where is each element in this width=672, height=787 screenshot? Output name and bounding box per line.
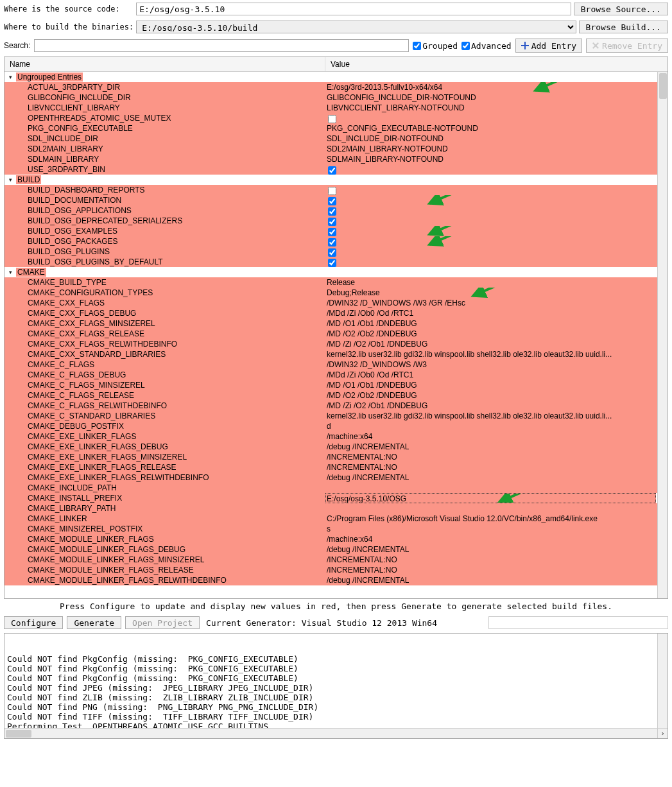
- entry-value[interactable]: [325, 195, 657, 205]
- entry-row[interactable]: CMAKE_MINSIZEREL_POSTFIXs: [4, 524, 657, 534]
- entry-row[interactable]: BUILD_DASHBOARD_REPORTS: [4, 185, 657, 195]
- entry-row[interactable]: CMAKE_C_FLAGS_MINSIZEREL/MD /O1 /Ob1 /DN…: [4, 380, 657, 390]
- entry-value[interactable]: /MDd /Zi /Ob0 /Od /RTC1: [325, 370, 657, 380]
- entry-row[interactable]: LIBVNCCLIENT_LIBRARYLIBVNCCLIENT_LIBRARY…: [4, 103, 657, 113]
- entry-row[interactable]: CMAKE_EXE_LINKER_FLAGS/machine:x64: [4, 431, 657, 442]
- log-vertical-scrollbar[interactable]: [657, 634, 668, 728]
- browse-source-button[interactable]: Browse Source...: [574, 3, 668, 15]
- advanced-checkbox[interactable]: [461, 42, 470, 50]
- entry-row[interactable]: CMAKE_MODULE_LINKER_FLAGS_RELWITHDEBINFO…: [4, 575, 657, 585]
- output-log[interactable]: Could NOT find PkgConfig (missing: PKG_C…: [4, 633, 668, 739]
- entry-value[interactable]: E:/osg/3rd-2013.5-fullv10-x64/x64: [325, 82, 657, 92]
- hscroll-right-arrow[interactable]: ›: [657, 728, 668, 738]
- source-path-input[interactable]: [136, 3, 571, 15]
- grid-vertical-scrollbar[interactable]: [657, 72, 668, 598]
- entry-row[interactable]: CMAKE_LIBRARY_PATH: [4, 503, 657, 514]
- entry-row[interactable]: CMAKE_CONFIGURATION_TYPESDebug;Release: [4, 288, 657, 298]
- entry-row[interactable]: CMAKE_MODULE_LINKER_FLAGS_MINSIZEREL/INC…: [4, 555, 657, 565]
- entry-value[interactable]: d: [325, 421, 657, 431]
- entry-row[interactable]: CMAKE_C_FLAGS/DWIN32 /D_WINDOWS /W3: [4, 359, 657, 370]
- entry-value[interactable]: [325, 113, 657, 123]
- entry-value[interactable]: /INCREMENTAL:NO: [325, 565, 657, 575]
- entry-value[interactable]: /MD /O2 /Ob2 /DNDEBUG: [325, 329, 657, 339]
- group-row[interactable]: ▾BUILD: [4, 175, 657, 185]
- entry-row[interactable]: CMAKE_CXX_FLAGS/DWIN32 /D_WINDOWS /W3 /G…: [4, 298, 657, 308]
- group-row[interactable]: ▾CMAKE: [4, 267, 657, 277]
- entry-value[interactable]: GLIBCONFIG_INCLUDE_DIR-NOTFOUND: [325, 92, 657, 103]
- entry-value[interactable]: [325, 503, 657, 514]
- grouped-checkbox[interactable]: [413, 42, 421, 50]
- entry-row[interactable]: USE_3RDPARTY_BIN: [4, 164, 657, 175]
- entry-row[interactable]: CMAKE_DEBUG_POSTFIXd: [4, 421, 657, 431]
- entry-row[interactable]: CMAKE_CXX_STANDARD_LIBRARIESkernel32.lib…: [4, 349, 657, 359]
- entry-value[interactable]: [325, 246, 657, 257]
- value-checkbox[interactable]: [328, 228, 336, 236]
- entry-row[interactable]: CMAKE_CXX_FLAGS_MINSIZEREL/MD /O1 /Ob1 /…: [4, 318, 657, 329]
- entry-value[interactable]: [325, 257, 657, 267]
- entry-value[interactable]: /machine:x64: [325, 534, 657, 544]
- entry-row[interactable]: BUILD_DOCUMENTATION: [4, 195, 657, 205]
- entry-row[interactable]: BUILD_OSG_EXAMPLES: [4, 226, 657, 236]
- entry-row[interactable]: CMAKE_BUILD_TYPERelease: [4, 277, 657, 288]
- value-checkbox[interactable]: [328, 197, 336, 205]
- hscrollbar-thumb[interactable]: [6, 730, 31, 738]
- search-input[interactable]: [34, 39, 409, 52]
- entry-value[interactable]: [325, 185, 657, 195]
- column-value[interactable]: Value: [325, 57, 668, 71]
- entry-value[interactable]: [325, 164, 657, 175]
- collapse-toggle-icon[interactable]: ▾: [4, 269, 16, 275]
- entry-row[interactable]: CMAKE_INSTALL_PREFIXE:/osg/osg-3.5.10/OS…: [4, 493, 657, 503]
- entry-value[interactable]: /MD /O1 /Ob1 /DNDEBUG: [325, 380, 657, 390]
- entry-value[interactable]: [325, 236, 657, 246]
- generate-button[interactable]: Generate: [67, 616, 121, 629]
- entry-value[interactable]: /MD /O1 /Ob1 /DNDEBUG: [325, 318, 657, 329]
- entry-row[interactable]: SDLMAIN_LIBRARYSDLMAIN_LIBRARY-NOTFOUND: [4, 154, 657, 164]
- entry-row[interactable]: OPENTHREADS_ATOMIC_USE_MUTEX: [4, 113, 657, 123]
- build-path-combo[interactable]: E:/osg/osg-3.5.10/build: [136, 21, 576, 33]
- entry-value[interactable]: Debug;Release: [325, 288, 657, 298]
- entry-row[interactable]: GLIBCONFIG_INCLUDE_DIRGLIBCONFIG_INCLUDE…: [4, 92, 657, 103]
- entry-value[interactable]: /MD /Zi /O2 /Ob1 /DNDEBUG: [325, 401, 657, 411]
- cache-grid[interactable]: Name Value ▾Ungrouped EntriesACTUAL_3RDP…: [4, 56, 668, 599]
- entry-value[interactable]: [325, 216, 657, 226]
- configure-button[interactable]: Configure: [4, 616, 63, 629]
- entry-row[interactable]: CMAKE_MODULE_LINKER_FLAGS/machine:x64: [4, 534, 657, 544]
- value-checkbox[interactable]: [328, 166, 336, 175]
- entry-row[interactable]: ACTUAL_3RDPARTY_DIRE:/osg/3rd-2013.5-ful…: [4, 82, 657, 92]
- entry-row[interactable]: BUILD_OSG_APPLICATIONS: [4, 205, 657, 216]
- entry-row[interactable]: CMAKE_MODULE_LINKER_FLAGS_RELEASE/INCREM…: [4, 565, 657, 575]
- value-checkbox[interactable]: [328, 115, 336, 123]
- entry-value[interactable]: SDL_INCLUDE_DIR-NOTFOUND: [325, 134, 657, 144]
- entry-value[interactable]: /MD /Zi /O2 /Ob1 /DNDEBUG: [325, 339, 657, 349]
- entry-row[interactable]: CMAKE_LINKERC:/Program Files (x86)/Micro…: [4, 514, 657, 524]
- entry-value[interactable]: [325, 483, 657, 493]
- entry-value[interactable]: kernel32.lib user32.lib gdi32.lib winspo…: [325, 349, 657, 359]
- entry-row[interactable]: CMAKE_EXE_LINKER_FLAGS_MINSIZEREL/INCREM…: [4, 452, 657, 462]
- entry-value[interactable]: SDL2MAIN_LIBRARY-NOTFOUND: [325, 144, 657, 154]
- entry-row[interactable]: CMAKE_EXE_LINKER_FLAGS_RELEASE/INCREMENT…: [4, 462, 657, 472]
- advanced-checkbox-wrapper[interactable]: Advanced: [461, 41, 512, 51]
- entry-row[interactable]: BUILD_OSG_PACKAGES: [4, 236, 657, 246]
- column-name[interactable]: Name: [4, 57, 325, 71]
- entry-value[interactable]: LIBVNCCLIENT_LIBRARY-NOTFOUND: [325, 103, 657, 113]
- value-checkbox[interactable]: [328, 218, 336, 226]
- entry-value[interactable]: [325, 226, 657, 236]
- value-checkbox[interactable]: [328, 238, 336, 246]
- collapse-toggle-icon[interactable]: ▾: [4, 177, 16, 183]
- entry-value[interactable]: /MDd /Zi /Ob0 /Od /RTC1: [325, 308, 657, 318]
- entry-value[interactable]: E:/osg/osg-3.5.10/OSG: [325, 493, 656, 503]
- entry-row[interactable]: BUILD_OSG_DEPRECATED_SERIALIZERS: [4, 216, 657, 226]
- entry-value[interactable]: [325, 205, 657, 216]
- entry-value[interactable]: /INCREMENTAL:NO: [325, 452, 657, 462]
- entry-value[interactable]: /debug /INCREMENTAL: [325, 575, 657, 585]
- add-entry-button[interactable]: Add Entry: [515, 39, 582, 53]
- entry-row[interactable]: CMAKE_C_STANDARD_LIBRARIESkernel32.lib u…: [4, 411, 657, 421]
- entry-row[interactable]: SDL2MAIN_LIBRARYSDL2MAIN_LIBRARY-NOTFOUN…: [4, 144, 657, 154]
- entry-row[interactable]: CMAKE_CXX_FLAGS_DEBUG/MDd /Zi /Ob0 /Od /…: [4, 308, 657, 318]
- entry-row[interactable]: BUILD_OSG_PLUGINS: [4, 246, 657, 257]
- entry-value[interactable]: s: [325, 524, 657, 534]
- entry-value[interactable]: /debug /INCREMENTAL: [325, 442, 657, 452]
- entry-row[interactable]: PKG_CONFIG_EXECUTABLEPKG_CONFIG_EXECUTAB…: [4, 123, 657, 134]
- entry-row[interactable]: CMAKE_EXE_LINKER_FLAGS_DEBUG/debug /INCR…: [4, 442, 657, 452]
- entry-value[interactable]: PKG_CONFIG_EXECUTABLE-NOTFOUND: [325, 123, 657, 134]
